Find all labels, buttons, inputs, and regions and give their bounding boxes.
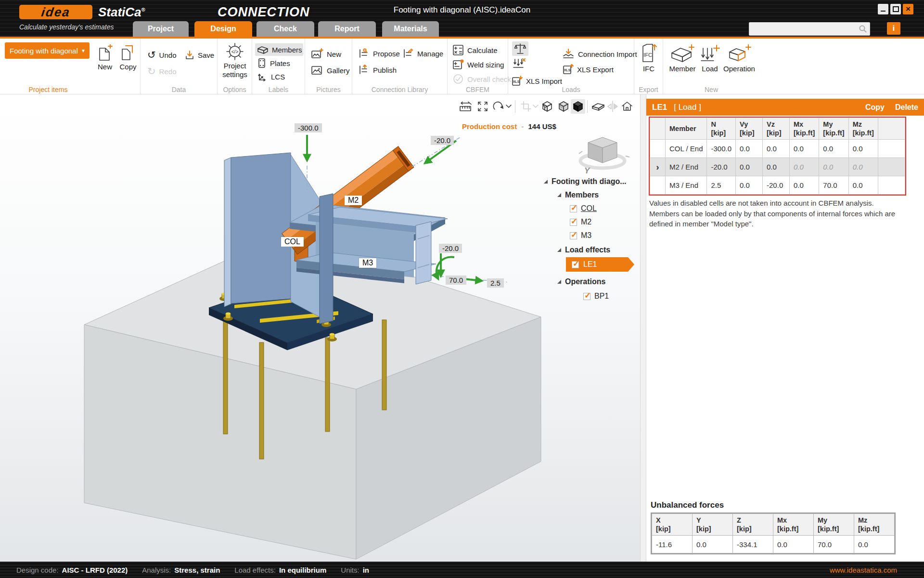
save-button[interactable]: Save — [185, 50, 214, 60]
column-header[interactable]: Mx[kip.ft] — [790, 118, 819, 140]
search-input[interactable] — [749, 25, 859, 33]
tab-design[interactable]: Design — [194, 21, 252, 37]
copy-project-item-button[interactable]: Copy — [117, 44, 139, 71]
loads-forces-button[interactable] — [512, 58, 526, 70]
checkbox-checked[interactable]: ✓ — [583, 293, 590, 300]
value-cell[interactable]: 0.0 — [848, 176, 878, 195]
rotate-view-button[interactable] — [491, 99, 505, 114]
value-cell[interactable]: 0.0 — [736, 176, 763, 195]
navigation-cube[interactable]: Y — [578, 133, 630, 176]
value-cell[interactable]: 0.0 — [763, 140, 790, 158]
view-solid-button[interactable] — [571, 99, 585, 114]
close-button[interactable]: × — [903, 4, 913, 14]
overall-check-button[interactable]: Overall check — [452, 73, 511, 85]
checkbox-checked[interactable]: ✓ — [570, 232, 577, 239]
calculate-button[interactable]: Calculate — [452, 44, 498, 56]
measure-tool-button[interactable] — [458, 99, 473, 114]
checkbox-checked[interactable]: ✓ — [570, 219, 577, 226]
column-header[interactable]: Vz[kip] — [763, 118, 790, 140]
project-settings-button[interactable]: </> Projectsettings — [222, 42, 247, 79]
value-cell[interactable]: 0.0 — [736, 158, 763, 176]
labels-members-toggle[interactable]: Members — [255, 43, 303, 56]
value-cell[interactable]: -20.0 — [763, 176, 790, 195]
info-button[interactable]: i — [887, 22, 900, 35]
column-header[interactable]: Mz[kip.ft] — [848, 118, 878, 140]
value-cell[interactable]: 70.0 — [819, 176, 848, 195]
column-header[interactable]: N[kip] — [707, 118, 736, 140]
value-cell[interactable]: -20.0 — [707, 158, 736, 176]
value-cell[interactable]: 0.0 — [848, 158, 878, 176]
tree-expand-icon[interactable] — [544, 180, 548, 184]
minimize-button[interactable] — [878, 4, 888, 14]
value-cell[interactable]: 0.0 — [790, 176, 819, 195]
tree-item-m2[interactable]: ✓ M2 — [570, 218, 591, 226]
publish-button[interactable]: Publish — [358, 65, 397, 75]
force-row[interactable]: COL / End-300.00.00.00.00.00.0 — [650, 140, 905, 158]
value-cell[interactable]: 0.0 — [790, 158, 819, 176]
tree-item-col[interactable]: ✓ COL — [570, 204, 597, 213]
scene-3d-model[interactable] — [0, 94, 640, 562]
tree-item-le1-selected[interactable]: ✓ LE1 — [566, 257, 634, 272]
new-member-button[interactable]: Member — [668, 44, 697, 73]
tree-root-item[interactable]: Footing with diago... — [544, 177, 627, 186]
labels-lcs-toggle[interactable]: LCS — [257, 71, 285, 82]
loads-equilibrium-toggle[interactable] — [512, 41, 528, 56]
value-cell[interactable]: 0.0 — [848, 140, 878, 158]
row-selector[interactable] — [650, 176, 666, 195]
tab-materials[interactable]: Materials — [382, 21, 439, 37]
value-cell[interactable]: 2.5 — [707, 176, 736, 195]
manage-button[interactable]: Manage — [402, 48, 443, 59]
xls-export-button[interactable]: XLS XLS Export — [562, 64, 614, 75]
xls-import-button[interactable]: XLS XLS Import — [511, 75, 562, 87]
picture-new-button[interactable]: New — [311, 48, 341, 60]
propose-button[interactable]: Propose — [358, 48, 400, 59]
rotate-options-chevron[interactable] — [504, 99, 513, 114]
column-header[interactable]: My[kip.ft] — [819, 118, 848, 140]
value-cell[interactable]: 0.0 — [736, 140, 763, 158]
row-selector[interactable]: › — [650, 158, 666, 176]
new-load-button[interactable]: Load — [699, 44, 721, 73]
tree-group-members[interactable]: Members — [557, 191, 599, 199]
new-operation-button[interactable]: Operation — [723, 44, 756, 73]
view-wireframe-button[interactable] — [540, 99, 554, 114]
checkbox-checked[interactable]: ✓ — [572, 261, 579, 268]
tab-project[interactable]: Project — [133, 21, 189, 37]
labels-plates-toggle[interactable]: Plates — [257, 58, 290, 68]
zoom-fit-button[interactable] — [475, 99, 490, 114]
force-row[interactable]: ›M2 / End-20.00.00.00.00.00.0 — [650, 158, 905, 176]
ifc-export-button[interactable]: IFC IFC — [639, 43, 658, 73]
value-cell[interactable]: 0.0 — [790, 140, 819, 158]
tab-report[interactable]: Report — [318, 21, 376, 37]
weld-sizing-button[interactable]: Weld sizing — [452, 59, 504, 70]
row-selector[interactable] — [650, 140, 666, 158]
maximize-button[interactable] — [890, 4, 901, 14]
project-item-selector[interactable]: Footing with diagonal▾ — [5, 42, 90, 59]
checkbox-checked[interactable]: ✓ — [570, 205, 577, 212]
undo-button[interactable]: ↺ Undo — [147, 50, 176, 60]
value-cell[interactable]: -300.0 — [707, 140, 736, 158]
search-box[interactable] — [749, 22, 870, 36]
force-row[interactable]: M3 / End2.50.0-20.00.070.00.0 — [650, 176, 905, 195]
tree-expand-icon[interactable] — [557, 248, 561, 252]
tree-item-m3[interactable]: ✓ M3 — [570, 231, 591, 240]
member-cell[interactable]: COL / End — [666, 140, 707, 158]
member-cell[interactable]: M2 / End — [666, 158, 707, 176]
home-view-button[interactable] — [620, 99, 634, 114]
column-header[interactable]: Member — [666, 118, 707, 140]
view-clip-button[interactable] — [591, 99, 605, 114]
copy-load-button[interactable]: Copy — [865, 103, 885, 112]
tab-check[interactable]: Check — [257, 21, 314, 37]
value-cell[interactable]: 0.0 — [819, 140, 848, 158]
member-cell[interactable]: M3 / End — [666, 176, 707, 195]
section-options-chevron[interactable] — [531, 99, 540, 114]
connection-import-button[interactable]: Connection Import — [562, 48, 637, 60]
viewport-3d[interactable]: Production cost - 144 US$ Y -300.0 -20.0… — [0, 94, 640, 562]
redo-button[interactable]: ↻ Redo — [147, 66, 176, 76]
tree-expand-icon[interactable] — [557, 280, 561, 284]
value-cell[interactable]: 0.0 — [763, 158, 790, 176]
tree-expand-icon[interactable] — [557, 193, 561, 197]
new-project-item-button[interactable]: New — [94, 44, 116, 71]
tree-group-load-effects[interactable]: Load effects — [557, 246, 610, 254]
panel-splitter[interactable] — [640, 94, 646, 562]
tree-item-bp1[interactable]: ✓ BP1 — [583, 292, 609, 301]
